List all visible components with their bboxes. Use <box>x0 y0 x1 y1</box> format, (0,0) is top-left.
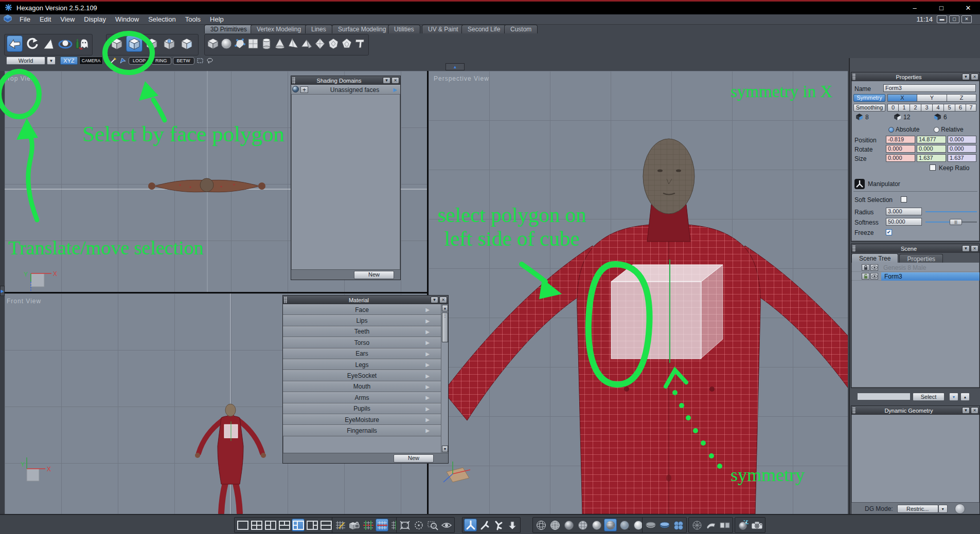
tab-surface-modeling[interactable]: Surface Modeling <box>332 25 392 33</box>
material-titlebar[interactable]: Material ▼ ✕ <box>283 296 448 304</box>
menu-view[interactable]: View <box>56 15 79 23</box>
panel-grip-icon[interactable] <box>852 73 856 80</box>
primitive-geodesic-icon[interactable] <box>327 35 340 52</box>
material-expand-icon[interactable]: ▶ <box>425 362 430 367</box>
panel-grip-icon[interactable] <box>852 245 856 252</box>
smoothing-6[interactable]: 6 <box>955 104 966 112</box>
rotate-manipulator-icon[interactable] <box>492 519 505 531</box>
material-expand-icon[interactable]: ▶ <box>425 351 430 357</box>
shading-domains-titlebar[interactable]: Shading Domains ▼ ✕ <box>291 76 400 85</box>
select-points-icon[interactable] <box>109 35 125 52</box>
translate-tool-icon[interactable] <box>7 35 23 52</box>
universal-manipulator-icon[interactable] <box>464 519 477 531</box>
select-edges-icon[interactable] <box>144 35 160 52</box>
dg-mode-dropdown-icon[interactable]: ▼ <box>938 505 948 513</box>
position-y-field[interactable]: 14.877 <box>917 136 946 143</box>
transparent-mode-icon[interactable] <box>618 519 631 531</box>
title-bar[interactable]: Hexagon Version 2.5.2.109 – □ ✕ <box>0 2 980 14</box>
left-collapse-handle[interactable]: ▶ <box>0 286 5 296</box>
lock-object-icon[interactable] <box>348 519 361 531</box>
material-row[interactable]: Legs▶ <box>283 359 441 370</box>
grid-xy-icon[interactable] <box>376 519 388 531</box>
position-z-field[interactable]: 0.000 <box>948 136 976 143</box>
eye-icon[interactable] <box>870 264 878 271</box>
panel-grip-icon[interactable] <box>292 77 295 84</box>
material-row[interactable]: Teeth▶ <box>283 326 441 337</box>
properties-titlebar[interactable]: Properties ▼ ✕ <box>851 72 979 81</box>
relative-radio[interactable]: Relative <box>934 126 964 133</box>
smoothing-4[interactable]: 4 <box>933 104 944 112</box>
scene-item-form3[interactable]: Form3 <box>851 272 979 281</box>
xyz-toggle[interactable]: XYZ <box>60 57 78 65</box>
select-button[interactable]: Select <box>913 393 945 401</box>
rotate-tool-icon[interactable] <box>24 35 40 52</box>
between-button[interactable]: BETW <box>173 57 194 65</box>
smoothing-5[interactable]: 5 <box>944 104 955 112</box>
freeze-checkbox[interactable]: ✔ <box>886 229 892 235</box>
eye-icon[interactable] <box>870 273 878 280</box>
smoothing-0[interactable]: 0 <box>887 104 899 112</box>
backface-show-icon[interactable] <box>658 519 671 531</box>
tab-custom[interactable]: Custom <box>504 25 538 33</box>
minimize-button[interactable]: – <box>903 2 926 14</box>
shaded-wire-mode-icon[interactable] <box>576 519 589 531</box>
softness-slider-filled[interactable] <box>925 222 950 223</box>
app-minimize-button[interactable]: ▬ <box>937 15 947 23</box>
material-expand-icon[interactable]: ▶ <box>425 428 430 433</box>
material-expand-icon[interactable]: ▶ <box>425 307 430 312</box>
absolute-radio[interactable]: Absolute <box>888 126 919 133</box>
primitive-cube-icon[interactable] <box>207 35 219 52</box>
material-row[interactable]: EyeMoisture▶ <box>283 414 441 425</box>
lasso-select-icon[interactable] <box>206 57 214 65</box>
name-field[interactable]: Form3 <box>883 84 976 92</box>
scene-item-name-selected[interactable]: Form3 <box>881 272 979 281</box>
menu-file[interactable]: File <box>15 15 35 23</box>
tab-lines[interactable]: Lines <box>305 25 332 33</box>
tab-uv-paint[interactable]: UV & Paint <box>422 25 465 33</box>
material-expand-icon[interactable]: ▶ <box>425 373 430 379</box>
position-x-field[interactable]: -0.819 <box>886 136 915 143</box>
tab-3d-primitives[interactable]: 3D Primitives <box>204 25 253 33</box>
menu-selection[interactable]: Selection <box>144 15 180 23</box>
material-new-button[interactable]: New <box>394 454 434 463</box>
rotate-y-field[interactable]: 0.000 <box>917 145 946 153</box>
zoom-region-icon[interactable] <box>426 519 439 531</box>
softness-slider-track[interactable] <box>962 222 977 223</box>
camera-toggle[interactable]: CAMERA <box>79 57 103 65</box>
panel-close-icon[interactable]: ✕ <box>439 297 447 303</box>
smoothing-1[interactable]: 1 <box>899 104 910 112</box>
panel-menu-icon[interactable]: ▼ <box>962 407 970 414</box>
material-expand-icon[interactable]: ▶ <box>425 395 430 400</box>
softness-slider-handle[interactable]: ||| <box>950 219 962 225</box>
panel-menu-icon[interactable]: ▼ <box>431 297 438 303</box>
primitive-platonic-icon[interactable] <box>341 35 353 52</box>
backface-cull-icon[interactable] <box>644 519 657 531</box>
manipulator-icon[interactable] <box>854 179 865 191</box>
layout-split-vertical-icon[interactable] <box>292 519 305 531</box>
radius-field[interactable]: 3.000 <box>886 208 922 215</box>
primitive-pyramid-icon[interactable] <box>300 35 313 52</box>
close-button[interactable]: ✕ <box>956 2 980 14</box>
scene-titlebar[interactable]: Scene ▼ ✕ <box>851 244 979 253</box>
dg-mode-select[interactable]: Restric... <box>897 505 938 513</box>
show-uv-tiles-icon[interactable] <box>718 519 731 531</box>
material-row[interactable]: Pupils▶ <box>283 403 441 414</box>
grid-edit-icon[interactable] <box>334 519 347 531</box>
scene-item-genesis[interactable]: Genesis 8 Male <box>851 264 979 272</box>
symmetry-y-button[interactable]: Y <box>917 94 947 102</box>
menu-help[interactable]: Help <box>205 15 228 23</box>
rect-select-icon[interactable] <box>196 57 204 65</box>
render-camera-icon[interactable] <box>751 519 763 531</box>
perspective-viewport[interactable]: Perspective View <box>429 71 848 514</box>
scroll-thumb[interactable]: ⋮ <box>442 312 448 342</box>
coordinate-space-dropdown-icon[interactable]: ▼ <box>47 57 56 65</box>
dynamic-geometry-titlebar[interactable]: Dynamic Geometry ▼ ✕ <box>851 406 979 415</box>
panel-menu-icon[interactable]: ▼ <box>962 73 970 80</box>
textured-mode-icon[interactable] <box>604 519 617 531</box>
layout-quad-icon[interactable] <box>250 519 263 531</box>
grid-xz-icon[interactable] <box>362 519 375 531</box>
primitive-text-icon[interactable] <box>354 35 366 52</box>
material-row[interactable]: Lips▶ <box>283 315 441 326</box>
examine-view-icon[interactable] <box>440 519 453 531</box>
scroll-up-icon[interactable]: ▲ <box>442 305 448 311</box>
